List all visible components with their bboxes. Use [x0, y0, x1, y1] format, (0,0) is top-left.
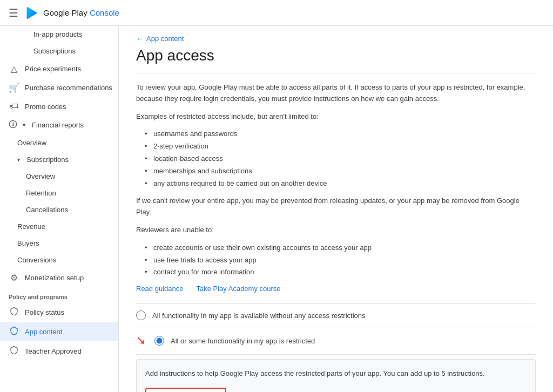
- radio-option2-label: All or some functionality in my app is r…: [171, 337, 315, 345]
- sidebar-item-overview-fin[interactable]: Overview: [0, 134, 118, 151]
- layout: In-app products Subscriptions △ Price ex…: [0, 26, 553, 392]
- examples-heading: Examples of restricted access include, b…: [136, 111, 536, 123]
- shield-icon-policy: [9, 307, 19, 317]
- sidebar-item-overview-sub[interactable]: Overview: [0, 168, 118, 185]
- list-item: use free trials to access your app: [145, 255, 536, 266]
- radio-option1-label: All functionality in my app is available…: [152, 312, 366, 320]
- sidebar-item-policy-status[interactable]: Policy status: [0, 302, 118, 322]
- radio-no-restriction-input[interactable]: [136, 310, 146, 320]
- gear-icon: ⚙: [9, 273, 19, 283]
- sidebar-item-buyers[interactable]: Buyers: [0, 235, 118, 252]
- header: ☰ Google Play Console: [0, 0, 553, 26]
- list-item: any actions required to be carried out o…: [145, 178, 536, 190]
- sidebar-item-conversions[interactable]: Conversions: [0, 252, 118, 268]
- radio-restricted-input[interactable]: [154, 336, 164, 346]
- expand-chevron-sub: ▾: [17, 157, 20, 163]
- sidebar-item-subscriptions-top[interactable]: Subscriptions: [0, 43, 118, 59]
- play-academy-link[interactable]: Take Play Academy course: [196, 285, 280, 293]
- sidebar-item-in-app-products[interactable]: In-app products: [0, 26, 118, 43]
- sidebar: In-app products Subscriptions △ Price ex…: [0, 26, 119, 392]
- sidebar-item-purchase-recommendations[interactable]: 🛒 Purchase recommendations: [0, 78, 118, 97]
- svg-text:$: $: [11, 121, 15, 127]
- shield-icon-teacher: [9, 346, 19, 356]
- reviewers-heading: Reviewers are unable to:: [136, 225, 536, 236]
- title-divider: [136, 73, 536, 73]
- restricted-help-text: Add instructions to help Google Play acc…: [145, 368, 527, 379]
- restricted-section: Add instructions to help Google Play acc…: [136, 359, 536, 392]
- main-content: ← App content App access To review your …: [119, 26, 553, 392]
- breadcrumb-arrow: ←: [136, 35, 143, 43]
- sidebar-item-revenue[interactable]: Revenue: [0, 218, 118, 235]
- play-logo-icon: [25, 5, 40, 21]
- list-item: usernames and passwords: [145, 129, 536, 140]
- menu-icon[interactable]: ☰: [9, 6, 18, 19]
- examples-list: usernames and passwords 2-step verificat…: [136, 129, 536, 189]
- expand-chevron-financial: ▾: [23, 122, 25, 128]
- radio-option-no-restriction[interactable]: All functionality in my app is available…: [136, 303, 536, 327]
- sidebar-item-monetization-setup[interactable]: ⚙ Monetization setup: [0, 268, 118, 287]
- list-item: 2-step verification: [145, 141, 536, 152]
- sidebar-item-promo-codes[interactable]: 🏷 Promo codes: [0, 97, 118, 116]
- breadcrumb[interactable]: ← App content: [136, 35, 536, 43]
- sidebar-item-financial-reports[interactable]: $ ▾ Financial reports: [0, 116, 118, 134]
- read-guidance-link[interactable]: Read guidance: [136, 285, 183, 293]
- sidebar-item-app-content[interactable]: App content: [0, 322, 118, 341]
- description-text: To review your app, Google Play must be …: [136, 82, 536, 105]
- sidebar-item-retention[interactable]: Retention: [0, 185, 118, 201]
- sidebar-item-subscriptions-group[interactable]: ▾ Subscriptions: [0, 151, 118, 168]
- list-item: memberships and subscriptions: [145, 166, 536, 177]
- purchase-icon: 🛒: [9, 83, 19, 93]
- reviewers-list: create accounts or use their own existin…: [136, 242, 536, 278]
- sidebar-item-teacher-approved[interactable]: Teacher Approved: [0, 341, 118, 361]
- list-item: create accounts or use their own existin…: [145, 242, 536, 254]
- promo-icon: 🏷: [9, 102, 19, 111]
- arrow-indicator: ➘: [136, 334, 146, 348]
- list-item: contact you for more information: [145, 267, 536, 278]
- sidebar-item-price-experiments[interactable]: △ Price experiments: [0, 59, 118, 78]
- shield-icon-app-content: [9, 326, 19, 337]
- radio-option-restricted[interactable]: ➘ All or some functionality in my app is…: [136, 327, 536, 355]
- logo: Google Play Console: [25, 5, 119, 21]
- list-item: location-based access: [145, 153, 536, 165]
- policy-section-label: Policy and programs: [0, 287, 118, 302]
- warning-text: If we can't review your entire app, you …: [136, 195, 536, 218]
- page-title: App access: [136, 47, 536, 64]
- breadcrumb-label: App content: [146, 35, 184, 43]
- add-instructions-button[interactable]: + Add instructions: [145, 388, 226, 392]
- header-title: Google Play Console: [43, 8, 119, 17]
- price-experiments-icon: △: [9, 64, 19, 74]
- links-row: Read guidance Take Play Academy course: [136, 285, 536, 293]
- financial-icon: $: [9, 120, 17, 130]
- sidebar-item-cancellations[interactable]: Cancellations: [0, 201, 118, 218]
